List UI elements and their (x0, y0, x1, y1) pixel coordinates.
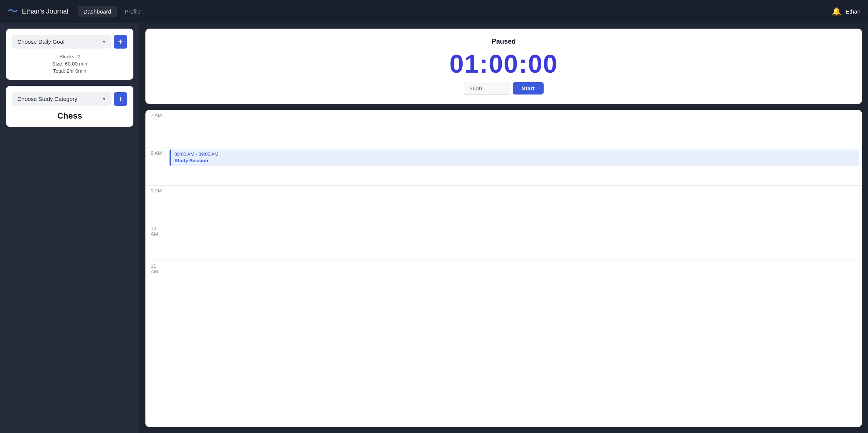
time-content-8am: 08:00 AM - 09:00 AM Study Session (168, 148, 862, 166)
study-category-dropdown[interactable]: Choose Study Category ▾ (12, 92, 111, 106)
time-slot-7am: 7 AM (145, 110, 862, 148)
timer-card: Paused 01:00:00 Start (145, 29, 862, 104)
add-study-category-button[interactable]: + (114, 92, 127, 106)
nav-right: 🔔 Ethan (832, 7, 860, 16)
time-slot-10am: 10 AM (145, 223, 862, 261)
time-slot-9am: 9 AM (145, 185, 862, 223)
content-area: Paused 01:00:00 Start 7 AM 8 AM (139, 23, 868, 433)
timer-display: 01:00:00 (449, 51, 558, 76)
study-category-label: Choose Study Category (17, 96, 77, 102)
event-title: Study Session (174, 158, 855, 163)
daily-goal-label: Choose Daily Goal (17, 38, 64, 45)
time-label-11am: 11 AM (145, 261, 168, 274)
navbar: 〜 Ethan's Journal Dashboard Profile 🔔 Et… (0, 0, 868, 23)
chevron-down-icon-2: ▾ (103, 96, 105, 102)
daily-goal-header: Choose Daily Goal ▾ + (12, 35, 127, 49)
calendar-card[interactable]: 7 AM 8 AM 08:00 AM - 09:00 AM Study Sess… (145, 110, 862, 427)
size-stat: Size: 60.00 min (52, 61, 87, 67)
daily-goal-stats: Blocks: 2 Size: 60.00 min Total: 2hr 0mi… (12, 54, 127, 74)
add-daily-goal-button[interactable]: + (114, 35, 127, 49)
time-label-9am: 9 AM (145, 186, 168, 194)
daily-goal-card: Choose Daily Goal ▾ + Blocks: 2 Size: 60… (6, 29, 133, 80)
study-category-header: Choose Study Category ▾ + (12, 92, 127, 106)
daily-goal-dropdown[interactable]: Choose Daily Goal ▾ (12, 35, 111, 49)
time-label-10am: 10 AM (145, 223, 168, 237)
total-stat: Total: 2hr 0min (53, 68, 87, 74)
username-label: Ethan (846, 8, 860, 15)
study-category-card: Choose Study Category ▾ + Chess (6, 86, 133, 127)
start-button[interactable]: Start (513, 82, 544, 95)
time-label-7am: 7 AM (145, 110, 168, 118)
tab-profile[interactable]: Profile (119, 6, 147, 17)
event-study-session[interactable]: 08:00 AM - 09:00 AM Study Session (170, 149, 859, 166)
selected-category: Chess (12, 111, 127, 121)
time-slot-8am: 8 AM 08:00 AM - 09:00 AM Study Session (145, 148, 862, 185)
bell-icon[interactable]: 🔔 (832, 7, 841, 16)
sidebar: Choose Daily Goal ▾ + Blocks: 2 Size: 60… (0, 23, 139, 433)
main-layout: Choose Daily Goal ▾ + Blocks: 2 Size: 60… (0, 23, 868, 433)
time-label-8am: 8 AM (145, 148, 168, 156)
nav-tabs: Dashboard Profile (78, 6, 147, 17)
time-slot-11am: 11 AM (145, 261, 862, 298)
blocks-stat: Blocks: 2 (60, 54, 80, 59)
timer-controls: Start (464, 82, 544, 95)
logo-icon: 〜 (8, 6, 18, 17)
nav-logo: 〜 Ethan's Journal (8, 6, 69, 17)
timer-input[interactable] (464, 82, 509, 95)
tab-dashboard[interactable]: Dashboard (78, 6, 117, 17)
calendar-inner: 7 AM 8 AM 08:00 AM - 09:00 AM Study Sess… (145, 110, 862, 306)
timer-status: Paused (492, 38, 516, 46)
nav-title: Ethan's Journal (22, 8, 69, 15)
chevron-down-icon: ▾ (103, 39, 105, 44)
event-time-range: 08:00 AM - 09:00 AM (174, 152, 855, 157)
